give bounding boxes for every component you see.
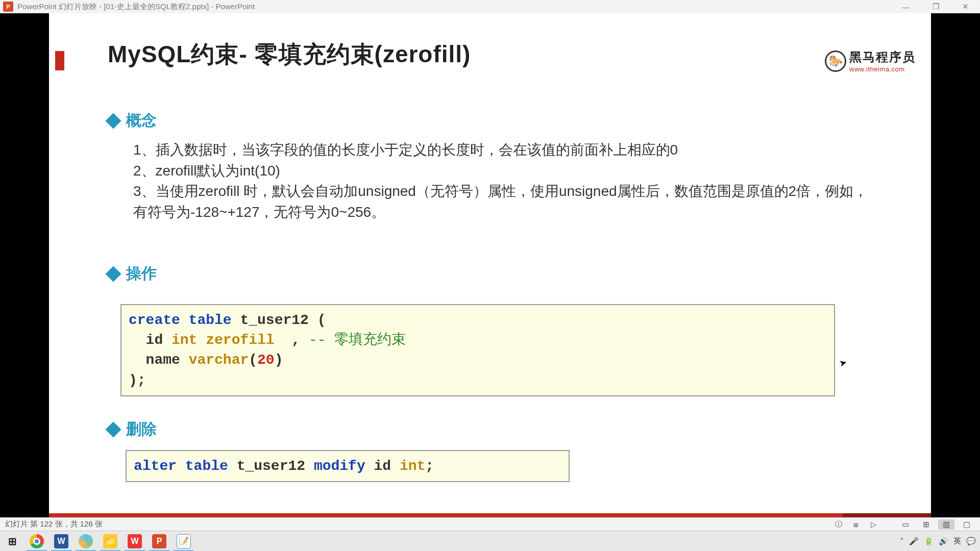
status-play-icon[interactable]: ▷: [867, 519, 880, 530]
letterbox-left: [0, 13, 49, 517]
slide-title: MySQL约束- 零填充约束(zerofill): [108, 39, 471, 70]
powerpoint-taskbar-button[interactable]: P: [147, 531, 172, 552]
browser-taskbar-button[interactable]: [74, 531, 98, 552]
tray-chevron-icon[interactable]: ˄: [900, 537, 904, 546]
section-delete-header: 删除: [108, 419, 157, 440]
brand-logo-icon: 🐎: [825, 51, 846, 72]
slide-counter: 幻灯片 第 122 张，共 126 张: [0, 519, 103, 529]
system-tray[interactable]: ˄ 🎤 🔋 🔊 英 💬: [900, 536, 980, 546]
tray-volume-icon[interactable]: 🔊: [939, 537, 948, 546]
view-reading-button[interactable]: ▥: [938, 519, 954, 530]
view-slideshow-button[interactable]: ▢: [959, 519, 975, 530]
explorer-taskbar-button[interactable]: 📁: [98, 531, 122, 552]
tray-ime-icon[interactable]: 英: [953, 536, 961, 546]
status-info-icon[interactable]: ⓘ: [832, 519, 845, 530]
taskbar[interactable]: ⊞ W 📁 W P 📝 ˄ 🎤 🔋 🔊 英 💬: [0, 531, 980, 551]
concept-body: 1、插入数据时，当该字段的值的长度小于定义的长度时，会在该值的前面补上相应的0 …: [133, 140, 880, 222]
slide-footer-band: [49, 513, 931, 517]
brand-name: 黑马程序员: [849, 49, 916, 65]
section-concept-label: 概念: [126, 110, 157, 131]
title-accent-bar: [55, 51, 64, 70]
code-block-create: create table t_user12 ( id int zerofill …: [120, 304, 835, 396]
section-concept-header: 概念: [108, 110, 157, 131]
section-operation-label: 操作: [126, 263, 157, 284]
minimize-button[interactable]: —: [891, 0, 921, 13]
letterbox-right: [931, 13, 980, 517]
section-delete-label: 删除: [126, 419, 157, 440]
brand-url: www.itheima.com: [849, 65, 916, 73]
tray-battery-icon[interactable]: 🔋: [924, 537, 934, 546]
diamond-icon: [105, 266, 121, 282]
window-title-bar: P PowerPoint 幻灯片放映 - [01-史上最全的SQL教程2.ppt…: [0, 0, 980, 13]
wps-taskbar-button[interactable]: W: [122, 531, 147, 552]
concept-line-1: 1、插入数据时，当该字段的值的长度小于定义的长度时，会在该值的前面补上相应的0: [133, 140, 880, 161]
slide-canvas: MySQL约束- 零填充约束(zerofill) 🐎 黑马程序员 www.ith…: [49, 13, 931, 517]
window-title: PowerPoint 幻灯片放映 - [01-史上最全的SQL教程2.pptx]…: [17, 2, 255, 12]
status-notes-icon[interactable]: ≣: [849, 519, 863, 530]
concept-line-3: 3、当使用zerofill 时，默认会自动加unsigned（无符号）属性，使用…: [133, 181, 880, 222]
brand-logo: 🐎 黑马程序员 www.itheima.com: [825, 49, 916, 73]
diamond-icon: [105, 421, 121, 437]
concept-line-2: 2、zerofill默认为int(10): [133, 161, 880, 182]
tray-mic-icon[interactable]: 🎤: [909, 537, 919, 546]
status-bar: 幻灯片 第 122 张，共 126 张 ⓘ ≣ ▷ ▭ ⊞ ▥ ▢: [0, 517, 980, 531]
powerpoint-icon: P: [3, 2, 13, 12]
start-button[interactable]: ⊞: [0, 531, 24, 552]
view-normal-button[interactable]: ▭: [897, 519, 914, 530]
slideshow-stage[interactable]: MySQL约束- 零填充约束(zerofill) 🐎 黑马程序员 www.ith…: [0, 13, 980, 517]
maximize-button[interactable]: ❐: [921, 0, 950, 13]
chrome-taskbar-button[interactable]: [24, 531, 49, 552]
section-operation-header: 操作: [108, 263, 157, 284]
code-block-alter: alter table t_user12 modify id int;: [126, 450, 570, 482]
diamond-icon: [105, 113, 121, 129]
notepad-taskbar-button[interactable]: 📝: [172, 531, 196, 552]
word-taskbar-button[interactable]: W: [49, 531, 74, 552]
close-button[interactable]: ✕: [950, 0, 980, 13]
view-sorter-button[interactable]: ⊞: [918, 519, 934, 530]
tray-notifications-icon[interactable]: 💬: [966, 537, 976, 546]
